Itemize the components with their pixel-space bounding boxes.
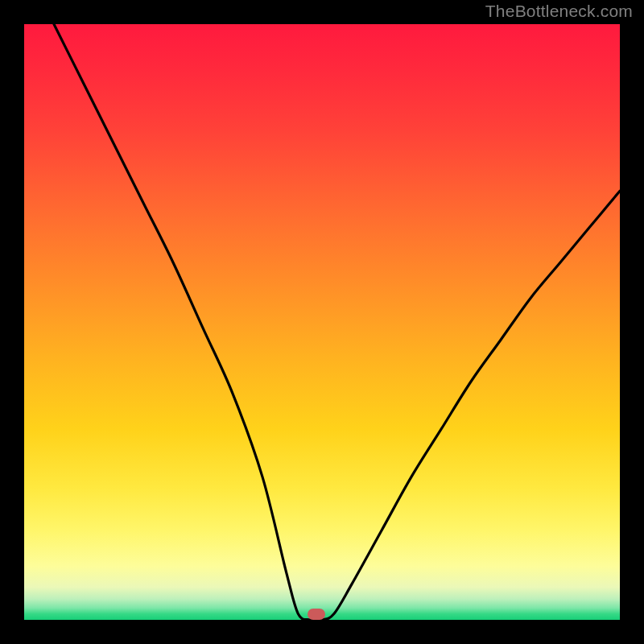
optimal-point-marker — [308, 609, 325, 620]
chart-frame: TheBottleneck.com — [0, 0, 644, 644]
bottleneck-curve — [24, 24, 620, 620]
watermark-text: TheBottleneck.com — [485, 2, 633, 21]
plot-area — [24, 24, 620, 620]
